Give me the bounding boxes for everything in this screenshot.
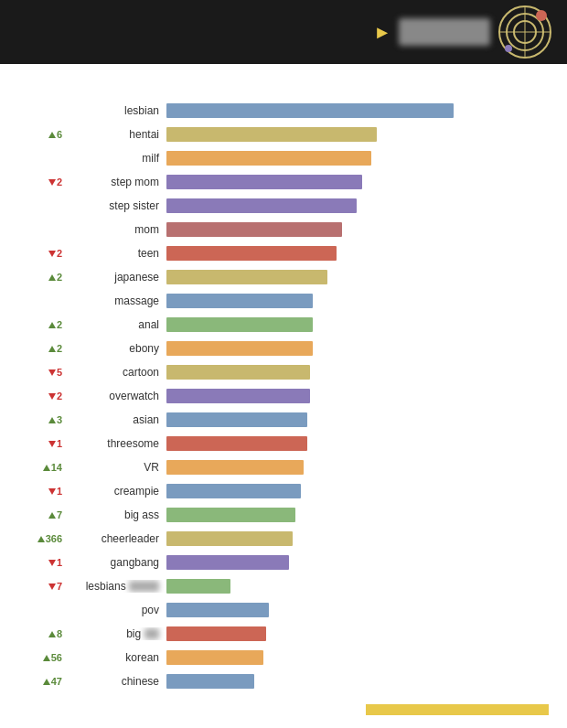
triangle-up-icon <box>48 274 56 281</box>
term-label-18: cheerleader <box>66 532 166 545</box>
triangle-up-icon <box>37 536 45 542</box>
chart-row-6: 2teen <box>22 243 166 263</box>
chart-row-19: 1gangbang <box>22 552 166 573</box>
term-label-17: big ass <box>66 509 166 521</box>
bar-row-21 <box>166 600 549 620</box>
bar-0 <box>166 103 454 118</box>
rank-change-13: 3 <box>22 414 66 425</box>
chart-row-23: 56korean <box>22 648 166 668</box>
term-label-20: lesbians xxxxxx <box>66 580 166 593</box>
header: ► <box>0 0 567 64</box>
bar-row-10 <box>166 338 549 359</box>
term-label-3: step mom <box>66 176 166 188</box>
rank-number: 7 <box>57 509 62 520</box>
bar-row-19 <box>166 552 549 573</box>
bar-row-16 <box>166 481 549 501</box>
chart-row-3: 2step mom <box>22 172 166 192</box>
bar-3 <box>166 175 362 189</box>
chart-row-13: 3asian <box>22 410 166 430</box>
rank-change-16: 1 <box>22 486 66 497</box>
circle-graphic <box>497 5 552 59</box>
triangle-up-icon <box>48 346 56 352</box>
term-label-6: teen <box>66 247 166 260</box>
chart-row-9: 2anal <box>22 315 166 335</box>
bar-row-17 <box>166 505 549 525</box>
chart-row-22: 8big xxx <box>22 624 166 644</box>
rank-number: 47 <box>51 676 62 687</box>
rank-number: 1 <box>57 557 62 568</box>
triangle-up-icon <box>48 132 56 138</box>
term-label-2: milf <box>66 152 166 165</box>
rank-change-7: 2 <box>22 272 66 283</box>
chart-row-18: 366cheerleader <box>22 529 166 549</box>
chart-row-0: lesbian <box>22 101 166 121</box>
bar-row-14 <box>166 434 549 454</box>
rank-number: 2 <box>57 343 62 354</box>
triangle-down-icon <box>48 488 56 495</box>
bar-row-23 <box>166 648 549 668</box>
triangle-down-icon <box>48 441 56 447</box>
chart-row-21: pov <box>22 600 166 620</box>
bar-17 <box>166 508 295 522</box>
bar-7 <box>166 270 327 284</box>
triangle-up-icon <box>48 631 56 637</box>
term-label-4: step sister <box>66 199 166 212</box>
term-label-12: overwatch <box>66 390 166 402</box>
rank-change-10: 2 <box>22 343 66 354</box>
chart-inner: lesbian6hentaimilf2step momstep sistermo… <box>22 101 549 695</box>
bar-20 <box>166 579 230 594</box>
rank-change-1: 6 <box>22 129 66 140</box>
bar-2 <box>166 151 371 166</box>
bar-18 <box>166 531 293 546</box>
svg-point-6 <box>505 45 512 52</box>
rank-change-9: 2 <box>22 319 66 330</box>
term-label-10: ebony <box>66 342 166 355</box>
triangle-down-icon <box>48 179 56 186</box>
bar-14 <box>166 436 307 451</box>
bar-row-13 <box>166 410 549 430</box>
rank-change-15: 14 <box>22 462 66 473</box>
rank-number: 6 <box>57 129 62 140</box>
rank-number: 2 <box>57 272 62 283</box>
chart-row-12: 2overwatch <box>22 386 166 406</box>
rank-number: 2 <box>57 391 62 401</box>
footer-accent <box>18 704 549 715</box>
term-label-14: threesome <box>66 437 166 450</box>
term-label-16: creampie <box>66 485 166 498</box>
bar-row-2 <box>166 148 549 168</box>
chart-container: lesbian6hentaimilf2step momstep sistermo… <box>18 101 549 695</box>
term-label-1: hentai <box>66 128 166 141</box>
triangle-down-icon <box>48 369 56 376</box>
arrow-icon: ► <box>373 22 391 43</box>
triangle-up-icon <box>43 655 50 661</box>
term-label-13: asian <box>66 413 166 426</box>
term-label-24: chinese <box>66 675 166 688</box>
bar-11 <box>166 365 310 380</box>
bar-1 <box>166 127 377 142</box>
chart-row-10: 2ebony <box>22 338 166 359</box>
bar-row-11 <box>166 362 549 382</box>
term-label-8: massage <box>66 294 166 307</box>
rank-change-14: 1 <box>22 438 66 449</box>
chart-row-2: milf <box>22 148 166 168</box>
bar-row-1 <box>166 124 549 145</box>
rank-number: 7 <box>57 581 62 592</box>
header-right: ► <box>373 5 552 59</box>
rank-number: 2 <box>57 319 62 330</box>
bar-4 <box>166 198 357 213</box>
rank-change-11: 5 <box>22 367 66 378</box>
bar-row-20 <box>166 576 549 596</box>
triangle-up-icon <box>48 322 56 328</box>
term-label-0: lesbian <box>66 104 166 117</box>
rank-change-23: 56 <box>22 652 66 663</box>
chart-row-20: 7lesbians xxxxxx <box>22 576 166 596</box>
bar-21 <box>166 603 269 617</box>
chart-row-11: 5cartoon <box>22 362 166 382</box>
bar-24 <box>166 674 254 689</box>
term-label-5: mom <box>66 223 166 236</box>
header-blurred-logo <box>399 18 490 46</box>
bar-10 <box>166 341 313 356</box>
yellow-stripe <box>366 704 549 715</box>
chart-row-14: 1threesome <box>22 434 166 454</box>
chart-row-24: 47chinese <box>22 671 166 691</box>
